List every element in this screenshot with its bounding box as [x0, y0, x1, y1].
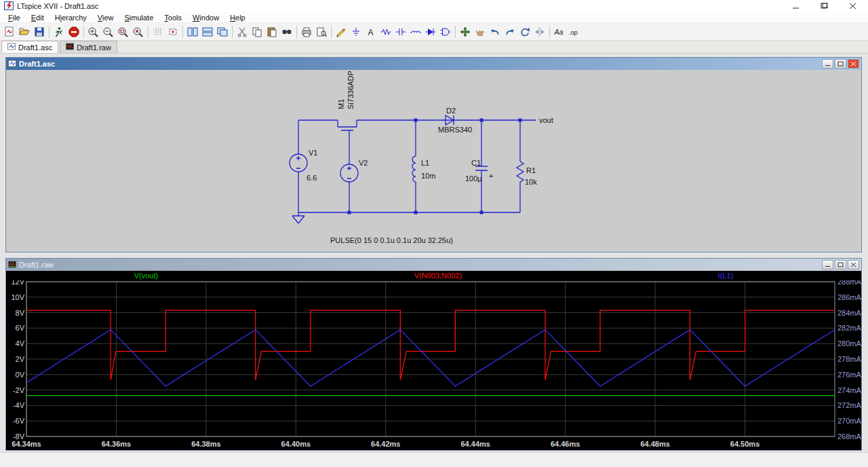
d2-model-label[interactable]: MBRS340: [438, 126, 472, 134]
paste-icon[interactable]: [264, 24, 279, 39]
net-label-vout[interactable]: vout: [539, 116, 553, 124]
right-axis-tick-label: 270mA: [837, 417, 861, 425]
window-close-button[interactable]: [848, 2, 857, 10]
rotate-icon[interactable]: [517, 24, 532, 39]
c1-value-label[interactable]: 100µ: [465, 174, 482, 183]
mosfet-m1-symbol[interactable]: [338, 120, 357, 132]
toolbar-separator: [49, 26, 50, 38]
inductor-l1-symbol[interactable]: [412, 156, 416, 182]
waveform-close-button[interactable]: [848, 260, 859, 269]
menu-edit[interactable]: Edit: [26, 14, 50, 22]
menu-help[interactable]: Help: [224, 14, 251, 22]
cascade-icon[interactable]: [215, 24, 230, 39]
voltage-source-v2-symbol[interactable]: [340, 164, 358, 182]
legend-V(vout)[interactable]: V(vout): [134, 272, 158, 280]
find-icon[interactable]: [279, 24, 294, 39]
undo-icon[interactable]: [488, 24, 502, 39]
window-maximize-button[interactable]: [819, 2, 829, 10]
menu-window[interactable]: Window: [187, 14, 224, 22]
mark-unconnected-icon[interactable]: [165, 24, 180, 39]
mirror-icon[interactable]: [532, 24, 547, 39]
component-icon[interactable]: [438, 24, 453, 39]
save-icon[interactable]: [32, 24, 47, 39]
trace-V(N003,N002)[interactable]: [26, 310, 835, 380]
schematic-restore-button[interactable]: [835, 59, 846, 69]
label-net-icon[interactable]: A: [363, 24, 378, 39]
left-axis-tick-label: -2V: [13, 386, 25, 394]
ground-icon[interactable]: [349, 24, 363, 39]
cut-icon[interactable]: [235, 24, 250, 39]
schematic-canvas[interactable]: M1 Si7336ADP V1 6.6 V2 D2 MBRS340 L1 10m…: [6, 70, 861, 252]
tile-horizontal-icon[interactable]: [200, 24, 215, 39]
inductor-icon[interactable]: [408, 24, 423, 39]
waveform-plot[interactable]: 12V288mA10V286mA8V284mA6V282mA4V280mA2V2…: [6, 280, 861, 450]
schematic-close-button[interactable]: [848, 59, 859, 69]
legend-V(N003,N002)[interactable]: V(N003,N002): [414, 272, 462, 280]
capacitor-icon[interactable]: [393, 24, 408, 39]
open-icon[interactable]: [17, 24, 32, 39]
m1-model-label[interactable]: Si7336ADP: [347, 71, 355, 109]
menu-tools[interactable]: Tools: [159, 14, 187, 22]
l1-name-label[interactable]: L1: [421, 159, 429, 167]
print-icon[interactable]: [299, 24, 314, 39]
mdi-workspace: Draft1.asc: [0, 54, 868, 452]
new-schematic-icon[interactable]: [2, 24, 17, 39]
trace-I(L1)[interactable]: [26, 330, 835, 386]
halt-icon[interactable]: [66, 24, 81, 39]
window-minimize-button[interactable]: [791, 2, 800, 10]
waveform-pane[interactable]: V(vout)V(N003,N002)I(L1) 12V288mA10V286m…: [6, 271, 861, 450]
menu-hierarchy[interactable]: Hierarchy: [50, 14, 92, 22]
spice-directive-icon[interactable]: .op: [567, 24, 582, 39]
waveform-restore-button[interactable]: [835, 260, 846, 269]
drag-icon[interactable]: [473, 24, 488, 39]
schematic-minimize-button[interactable]: [822, 59, 833, 69]
resistor-r1-symbol[interactable]: [517, 162, 524, 182]
left-axis-tick-label: 4V: [16, 339, 25, 348]
print-preview-icon[interactable]: [314, 24, 329, 39]
v2-name-label[interactable]: V2: [359, 159, 368, 167]
waveform-window-titlebar[interactable]: Draft1.raw: [6, 259, 861, 271]
copy-icon[interactable]: [250, 24, 264, 39]
run-icon[interactable]: [52, 24, 66, 39]
zoom-back-icon[interactable]: [101, 24, 116, 39]
x-axis-tick-label: 64.42ms: [371, 440, 400, 448]
zoom-in-icon[interactable]: [86, 24, 101, 39]
zoom-full-icon[interactable]: [131, 24, 146, 39]
text-icon[interactable]: Aa: [552, 24, 567, 39]
spice-directive-text[interactable]: PULSE(0 15 0 0.1u 0.1u 20u 32.25u): [330, 236, 453, 244]
wire-icon[interactable]: [334, 24, 349, 39]
grid-icon[interactable]: [151, 24, 165, 39]
redo-icon[interactable]: [502, 24, 517, 39]
move-icon[interactable]: [458, 24, 473, 39]
tab-draft1-asc[interactable]: Draft1.asc: [1, 41, 58, 53]
tile-vertical-icon[interactable]: [185, 24, 200, 39]
tab-draft1-raw[interactable]: Draft1.raw: [60, 41, 117, 53]
left-axis-tick-label: 0V: [16, 371, 25, 379]
resistor-icon[interactable]: [378, 24, 393, 39]
trace-legend: V(vout)V(N003,N002)I(L1): [6, 271, 861, 280]
legend-I(L1)[interactable]: I(L1): [718, 272, 734, 280]
toolbar-separator: [148, 26, 149, 38]
m1-name-label[interactable]: M1: [337, 99, 345, 109]
schematic-drawing[interactable]: M1 Si7336ADP V1 6.6 V2 D2 MBRS340 L1 10m…: [6, 70, 861, 252]
left-axis-tick-label: 12V: [11, 280, 24, 286]
v1-name-label[interactable]: V1: [309, 149, 317, 157]
right-axis-tick-label: 278mA: [837, 355, 861, 363]
d2-name-label[interactable]: D2: [446, 107, 456, 115]
menu-view[interactable]: View: [92, 14, 119, 22]
ground-symbol[interactable]: [292, 212, 304, 223]
menu-file[interactable]: File: [3, 14, 26, 22]
right-axis-tick-label: 276mA: [837, 371, 861, 379]
menu-simulate[interactable]: Simulate: [119, 14, 159, 22]
l1-value-label[interactable]: 10m: [421, 172, 435, 180]
v1-value-label[interactable]: 6.6: [307, 174, 317, 182]
diode-icon[interactable]: [423, 24, 438, 39]
r1-name-label[interactable]: R1: [526, 166, 536, 174]
r1-value-label[interactable]: 10k: [525, 178, 537, 186]
voltage-source-v1-symbol[interactable]: [290, 154, 307, 172]
waveform-minimize-button[interactable]: [822, 260, 833, 269]
c1-name-label[interactable]: C1: [471, 159, 481, 167]
zoom-area-icon[interactable]: [116, 24, 131, 39]
wire-segments[interactable]: [298, 120, 536, 212]
schematic-window-titlebar[interactable]: Draft1.asc: [6, 58, 861, 70]
